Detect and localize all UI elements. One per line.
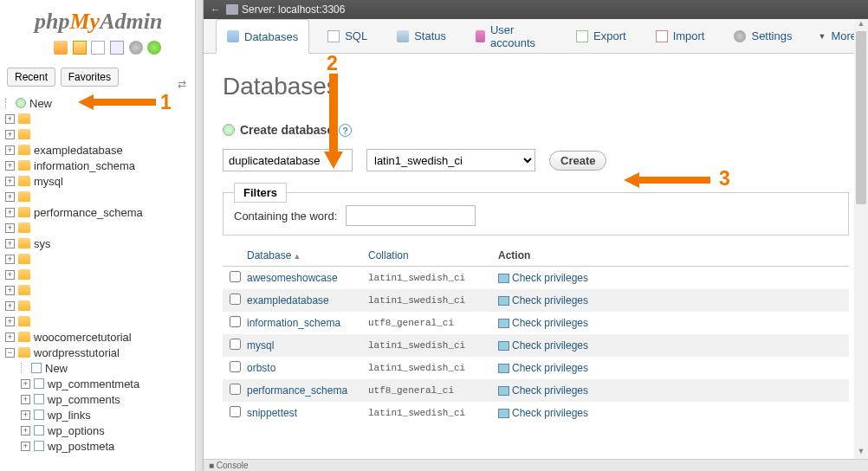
logout-icon[interactable] [73,41,87,55]
pane-divider[interactable] [196,0,204,471]
nav-users[interactable]: User accounts [464,19,558,53]
console-bar[interactable]: ■ Console [204,459,868,471]
databases-icon [227,30,239,42]
create-button[interactable]: Create [549,151,606,171]
check-privileges-link[interactable]: Check privileges [512,384,588,397]
help-icon[interactable]: ? [339,124,352,137]
tree-item[interactable]: + [5,282,195,298]
nav-sql[interactable]: SQL [316,19,379,53]
check-privileges-link[interactable]: Check privileges [512,407,588,419]
nav-import[interactable]: Import [645,19,716,53]
row-checkbox[interactable] [230,384,241,395]
table-row: information_schema utf8_general_ci Check… [223,312,849,334]
tree-table[interactable]: +wp_postmeta [5,438,195,454]
table-row: orbsto latin1_swedish_ci Check privilege… [223,357,849,379]
row-checkbox[interactable] [230,339,241,350]
link-icon[interactable]: ⇄ [178,78,186,90]
db-link[interactable]: information_schema [247,317,340,329]
tree-table[interactable]: +wp_comments [5,391,195,407]
db-link[interactable]: awesomeshowcase [247,272,338,284]
status-icon [397,30,409,42]
check-privileges-link[interactable]: Check privileges [512,339,588,352]
sidebar-toolbar [0,39,195,64]
docs-icon[interactable] [110,41,124,55]
tab-favorites[interactable]: Favorites [61,68,119,87]
row-collation: utf8_general_ci [368,318,498,328]
logo-php: php [35,9,69,34]
tree-new[interactable]: New [5,95,195,111]
row-collation: latin1_swedish_ci [368,363,498,373]
nav-databases[interactable]: Databases [216,19,309,54]
database-list: Database▲ Collation Action awesomeshowca… [223,244,849,424]
tree-item[interactable]: + [5,126,195,142]
db-tree: New + + +exampledatabase +information_sc… [0,90,195,454]
tab-recent[interactable]: Recent [7,68,55,87]
db-link[interactable]: snippettest [247,407,297,419]
query-window-icon[interactable] [91,41,105,55]
triangle-down-icon: ▼ [818,32,826,41]
db-link[interactable]: mysql [247,339,274,352]
table-row: mysql latin1_swedish_ci Check privileges [223,334,849,357]
tree-item[interactable]: + [5,251,195,267]
row-checkbox[interactable] [230,271,241,282]
tree-table[interactable]: +wp_options [5,423,195,438]
check-privileges-link[interactable]: Check privileges [512,362,588,374]
scroll-up-icon[interactable]: ▲ [854,19,868,31]
tree-item[interactable]: +information_schema [5,158,195,173]
new-db-icon [223,124,235,136]
row-checkbox[interactable] [230,406,241,417]
sidebar: phpMyAdmin Recent Favorites ⇄ New + + +e… [0,0,196,471]
collation-select[interactable]: latin1_swedish_ci [366,149,535,171]
nav-status[interactable]: Status [385,19,457,53]
tree-item[interactable]: +woocomercetutorial [5,329,195,345]
tree-item[interactable]: +sys [5,236,195,251]
reload-icon[interactable] [147,41,161,55]
tree-table[interactable]: +wp_commentmeta [5,376,195,391]
tree-item[interactable]: + [5,313,195,329]
sort-database[interactable]: Database [247,249,291,261]
privileges-icon [498,274,509,283]
tree-item[interactable]: +exampledatabase [5,142,195,158]
tree-subnew[interactable]: New [5,360,195,376]
tree-item[interactable]: + [5,220,195,236]
server-label[interactable]: Server: localhost:3306 [242,3,345,16]
privileges-icon [498,409,509,418]
tree-item-expanded[interactable]: −wordpresstutorial [5,345,195,360]
nav-export[interactable]: Export [565,19,638,53]
tree-item[interactable]: + [5,111,195,126]
server-icon [226,4,238,15]
page-title: Databases [223,73,849,100]
tree-item[interactable]: + [5,298,195,313]
tree-item[interactable]: +mysql [5,173,195,189]
new-db-icon [16,98,26,108]
row-checkbox[interactable] [230,361,241,372]
settings-icon[interactable] [129,41,143,55]
row-checkbox[interactable] [230,294,241,305]
db-link[interactable]: performance_schema [247,384,347,397]
nav-settings[interactable]: Settings [722,19,803,53]
home-icon[interactable] [54,41,68,55]
logo: phpMyAdmin [0,0,195,39]
vertical-scrollbar[interactable]: ▲ ▼ [854,19,868,459]
tree-item[interactable]: +performance_schema [5,204,195,220]
sort-collation[interactable]: Collation [368,249,409,261]
back-arrow-icon[interactable]: ← [211,3,221,16]
tree-item[interactable]: + [5,267,195,282]
row-collation: latin1_swedish_ci [368,408,498,418]
check-privileges-link[interactable]: Check privileges [512,317,588,329]
tree-table[interactable]: +wp_links [5,407,195,423]
check-privileges-link[interactable]: Check privileges [512,272,588,284]
logo-my: My [69,9,100,34]
db-link[interactable]: exampledatabase [247,294,329,306]
tree-item[interactable]: + [5,189,195,204]
row-collation: latin1_swedish_ci [368,340,498,351]
row-checkbox[interactable] [230,316,241,327]
scroll-thumb[interactable] [856,31,866,204]
db-link[interactable]: orbsto [247,362,275,374]
db-name-input[interactable] [223,149,353,171]
check-privileges-link[interactable]: Check privileges [512,294,588,306]
filter-input[interactable] [346,205,476,226]
scroll-down-icon[interactable]: ▼ [854,447,868,459]
row-collation: utf8_general_ci [368,385,498,396]
row-collation: latin1_swedish_ci [368,273,498,283]
